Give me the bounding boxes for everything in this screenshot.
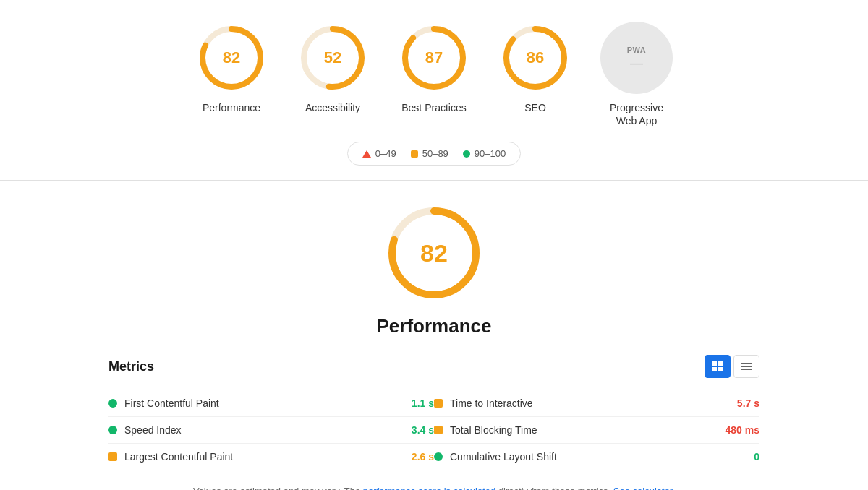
- metric-value: 480 ms: [726, 424, 760, 436]
- top-section: 82 Performance 52 Accessibility 87 Best …: [0, 0, 868, 181]
- svg-rect-15: [741, 366, 752, 367]
- metric-dot: [434, 426, 443, 434]
- score-item-pwa: PWA — ProgressiveWeb App: [600, 22, 673, 127]
- svg-rect-10: [712, 361, 717, 366]
- footer-text1: Values are estimated and may vary. The: [193, 486, 363, 490]
- gauge-performance: 82: [195, 22, 268, 94]
- svg-rect-14: [741, 363, 752, 364]
- metric-name: Speed Index: [124, 424, 404, 436]
- metric-value: 1.1 s: [412, 397, 434, 409]
- table-row: First Contentful Paint 1.1 s: [109, 390, 434, 416]
- green-circle-icon: [463, 150, 470, 158]
- metric-name: Cumulative Layout Shift: [450, 451, 746, 463]
- gauge-bestpractices: 87: [398, 22, 470, 94]
- pwa-gauge: PWA —: [600, 22, 673, 94]
- grid-view-button[interactable]: [705, 355, 731, 378]
- table-row: Time to Interactive 5.7 s: [434, 390, 760, 416]
- metric-name: First Contentful Paint: [124, 397, 404, 409]
- legend-item-green: 90–100: [463, 148, 506, 159]
- legend-item-red: 0–49: [362, 148, 396, 159]
- score-label-performance: Performance: [203, 101, 260, 114]
- metric-value: 0: [754, 451, 760, 463]
- table-row: Cumulative Layout Shift 0: [434, 443, 760, 470]
- legend: 0–49 50–89 90–100: [347, 142, 521, 166]
- gauge-number-bestpractices: 87: [425, 48, 443, 67]
- calculator-link[interactable]: See calculator.: [613, 486, 675, 490]
- legend-label-orange: 50–89: [422, 148, 448, 159]
- metric-dot: [434, 452, 443, 461]
- table-row: Speed Index 3.4 s: [109, 416, 434, 443]
- main-section: 82 Performance Metrics: [0, 181, 868, 490]
- svg-rect-11: [718, 361, 723, 366]
- metric-name: Total Blocking Time: [450, 424, 718, 436]
- grid-icon: [712, 361, 723, 371]
- metric-value: 2.6 s: [412, 451, 434, 463]
- metric-name: Time to Interactive: [450, 397, 730, 409]
- view-toggle: [705, 355, 760, 378]
- footer-text2: directly from these metrics.: [495, 486, 613, 490]
- main-score-label: Performance: [377, 315, 492, 338]
- score-item-performance: 82 Performance: [195, 22, 268, 114]
- metric-value: 5.7 s: [737, 397, 760, 409]
- table-row: Total Blocking Time 480 ms: [434, 416, 760, 443]
- legend-item-orange: 50–89: [411, 148, 448, 159]
- metrics-header: Metrics: [109, 355, 760, 378]
- gauge-number-accessibility: 52: [324, 48, 341, 67]
- score-label-pwa: ProgressiveWeb App: [610, 101, 663, 127]
- svg-rect-16: [741, 369, 752, 370]
- main-score-value: 82: [420, 239, 448, 267]
- score-item-seo: 86 SEO: [499, 22, 571, 114]
- footer-note: Values are estimated and may vary. The p…: [193, 484, 675, 490]
- score-label-accessibility: Accessibility: [305, 101, 360, 114]
- metric-dot: [109, 452, 117, 461]
- gauge-seo: 86: [499, 22, 571, 94]
- metric-name: Largest Contentful Paint: [124, 451, 404, 463]
- score-item-bestpractices: 87 Best Practices: [398, 22, 470, 114]
- metrics-grid: First Contentful Paint 1.1 s Time to Int…: [109, 390, 760, 470]
- svg-rect-13: [718, 367, 723, 371]
- metrics-title: Metrics: [109, 359, 154, 374]
- score-item-accessibility: 52 Accessibility: [297, 22, 369, 114]
- metric-dot: [434, 399, 443, 408]
- gauge-number-performance: 82: [223, 48, 240, 67]
- pwa-label: PWA: [627, 46, 647, 54]
- performance-score-link[interactable]: performance score is calculated: [363, 486, 496, 490]
- main-gauge: 82: [383, 202, 485, 304]
- metric-value: 3.4 s: [412, 424, 434, 436]
- legend-label-green: 90–100: [475, 148, 506, 159]
- gauge-number-seo: 86: [527, 48, 544, 67]
- metric-dot: [109, 399, 117, 408]
- list-icon: [741, 363, 752, 370]
- legend-label-red: 0–49: [375, 148, 396, 159]
- gauge-accessibility: 52: [297, 22, 369, 94]
- svg-rect-12: [712, 367, 717, 371]
- score-label-bestpractices: Best Practices: [401, 101, 466, 114]
- table-row: Largest Contentful Paint 2.6 s: [109, 443, 434, 470]
- score-label-seo: SEO: [524, 101, 546, 114]
- list-view-button[interactable]: [733, 355, 760, 378]
- scores-row: 82 Performance 52 Accessibility 87 Best …: [195, 22, 673, 127]
- metric-dot: [109, 426, 117, 434]
- red-triangle-icon: [362, 150, 371, 158]
- orange-square-icon: [411, 150, 418, 158]
- metrics-section: Metrics: [109, 355, 760, 470]
